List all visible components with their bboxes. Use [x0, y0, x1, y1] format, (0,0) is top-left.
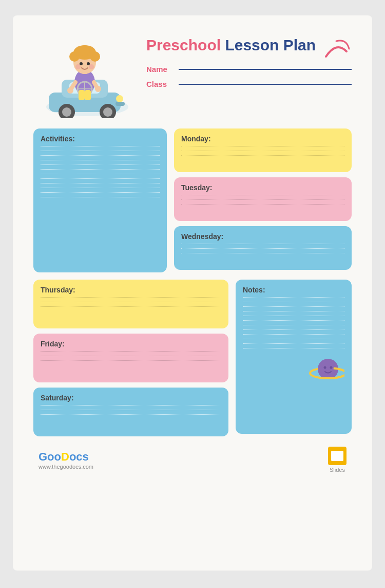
notes-line-1: [243, 297, 344, 298]
right-column-top: Monday: Tuesday: Wednesday:: [174, 128, 352, 272]
thu-line-2: [41, 302, 221, 302]
svg-point-34: [324, 366, 326, 369]
svg-point-27: [80, 45, 90, 56]
dotted-line-9: [41, 183, 160, 183]
svg-point-31: [89, 64, 94, 69]
activities-lines: [41, 146, 160, 197]
notes-label: Notes:: [243, 286, 344, 294]
brand-url: www.thegoodocs.com: [38, 464, 93, 470]
tue-line-1: [181, 195, 344, 195]
footer: GooDocs www.thegoodocs.com Slides: [33, 447, 352, 473]
bottom-grid: Thursday: Friday: Saturday:: [33, 280, 352, 436]
notes-line-12: [243, 348, 344, 348]
sat-line-1: [41, 405, 221, 406]
slides-label: Slides: [330, 467, 345, 473]
thu-line-1: [41, 297, 221, 298]
top-grid: Activities: Monday: [33, 128, 352, 272]
dotted-line-8: [41, 178, 160, 179]
mon-line-3: [181, 155, 344, 156]
friday-box: Friday:: [33, 334, 228, 382]
planet-icon: [309, 354, 344, 382]
thursday-box: Thursday:: [33, 280, 228, 328]
monday-lines: [181, 146, 344, 156]
svg-point-30: [75, 64, 81, 69]
fri-line-3: [41, 360, 221, 361]
wednesday-box: Wednesday:: [174, 226, 352, 270]
gooddocs-logo: GooDocs www.thegoodocs.com: [38, 450, 93, 470]
dotted-line-5: [41, 164, 160, 165]
title-plan: Plan: [279, 36, 316, 53]
notes-line-4: [243, 311, 344, 311]
tuesday-box: Tuesday:: [174, 177, 352, 221]
saturday-label: Saturday:: [41, 394, 221, 402]
fri-line-2: [41, 356, 221, 356]
ribbon-decoration: [321, 36, 352, 65]
wednesday-lines: [181, 244, 344, 253]
svg-point-7: [103, 107, 112, 117]
svg-rect-9: [116, 102, 125, 106]
monday-box: Monday:: [174, 128, 352, 172]
dotted-line-10: [41, 188, 160, 188]
dotted-line-2: [41, 151, 160, 151]
svg-rect-19: [85, 90, 91, 100]
header: Preschool Lesson Plan Name Class: [33, 31, 352, 118]
notes-box: Notes:: [236, 280, 352, 434]
page: Preschool Lesson Plan Name Class Activit…: [13, 15, 372, 571]
slides-badge-container: Slides: [328, 447, 346, 473]
sat-line-3: [41, 414, 221, 415]
child-illustration: [33, 31, 136, 118]
tue-line-3: [181, 204, 344, 205]
class-label: Class: [146, 80, 175, 88]
notes-line-8: [243, 329, 344, 330]
saturday-box: Saturday:: [33, 388, 228, 436]
tue-line-2: [181, 199, 344, 200]
mon-line-2: [181, 151, 344, 151]
friday-label: Friday:: [41, 340, 221, 348]
thursday-label: Thursday:: [41, 286, 221, 294]
class-line: [179, 84, 352, 85]
brand-name: GooDocs: [38, 450, 93, 464]
class-field-row: Class: [146, 80, 352, 88]
tuesday-label: Tuesday:: [181, 183, 344, 192]
wednesday-label: Wednesday:: [181, 232, 344, 241]
left-column: Activities:: [33, 128, 167, 272]
wed-line-1: [181, 244, 344, 244]
svg-point-13: [67, 87, 73, 94]
notes-line-5: [243, 316, 344, 316]
notes-line-11: [243, 343, 344, 344]
svg-point-35: [330, 366, 333, 369]
dotted-line-7: [41, 174, 160, 174]
notes-lines: [243, 297, 344, 348]
svg-rect-18: [79, 90, 85, 100]
activities-label: Activities:: [41, 135, 160, 143]
svg-point-14: [95, 86, 101, 92]
svg-point-29: [87, 62, 90, 65]
brand-d: D: [61, 450, 69, 463]
bottom-left-column: Thursday: Friday: Saturday:: [33, 280, 228, 436]
title-lesson: Lesson: [221, 36, 279, 53]
dotted-line-11: [41, 192, 160, 193]
name-label: Name: [146, 65, 175, 74]
mon-line-1: [181, 146, 344, 146]
brand-goo: Goo: [38, 450, 61, 463]
name-field-row: Name: [146, 65, 352, 74]
dotted-line-4: [41, 160, 160, 160]
brand-ocs: ocs: [69, 450, 89, 463]
notes-line-3: [243, 306, 344, 307]
thu-line-3: [41, 306, 221, 307]
name-line: [179, 69, 352, 70]
sat-line-2: [41, 410, 221, 410]
dotted-line-3: [41, 155, 160, 156]
dotted-line-12: [41, 197, 160, 197]
saturday-lines: [41, 405, 221, 415]
dotted-line-1: [41, 146, 160, 146]
planet-wrapper: [243, 354, 344, 384]
monday-label: Monday:: [181, 135, 344, 143]
notes-line-9: [243, 334, 344, 335]
tuesday-lines: [181, 195, 344, 205]
thursday-lines: [41, 297, 221, 307]
svg-point-28: [80, 62, 83, 65]
notes-line-7: [243, 325, 344, 325]
notes-line-2: [243, 302, 344, 302]
dotted-line-6: [41, 169, 160, 170]
